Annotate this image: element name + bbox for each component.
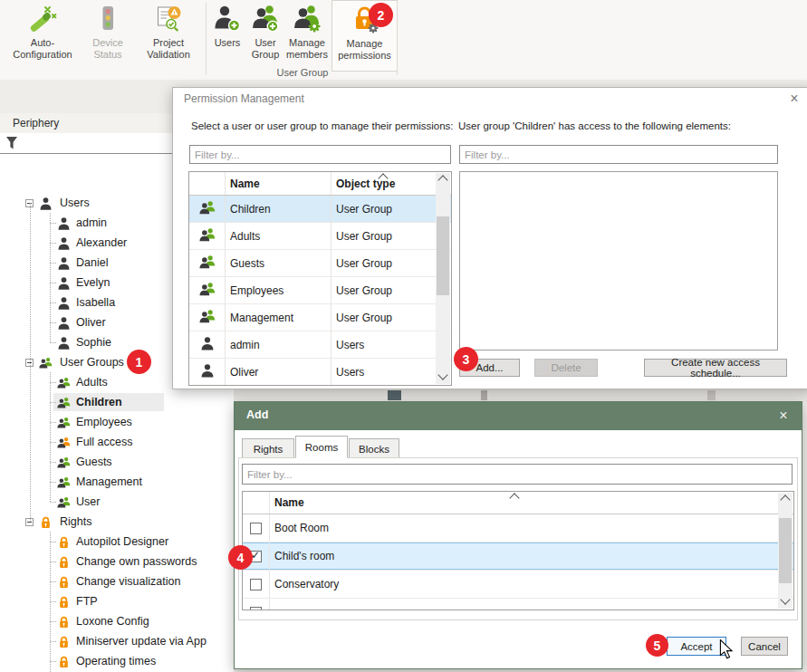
tree-item-label: Loxone Config — [76, 611, 149, 631]
pm-table-row-children[interactable]: ChildrenUser Group — [189, 196, 451, 223]
user-add-icon — [213, 5, 242, 34]
tree-connector — [30, 203, 31, 522]
scroll-up-icon[interactable] — [778, 493, 793, 507]
ribbon-button-user-group[interactable]: UserGroup — [246, 0, 284, 70]
ribbon-label: Auto- — [7, 37, 78, 49]
lock-icon — [57, 595, 71, 609]
row-name: Management — [226, 304, 331, 331]
filter-funnel-icon — [5, 136, 18, 150]
add-table-row-boot-room[interactable]: Boot Room — [243, 514, 793, 542]
add-table-scrollbar[interactable] — [778, 493, 793, 609]
tree-item-ftp[interactable]: FTP — [0, 591, 234, 611]
tree-item-user[interactable]: User — [0, 492, 234, 512]
tree-connector — [50, 322, 56, 323]
tree-connector — [50, 641, 56, 642]
add-table-row-partial[interactable] — [243, 599, 793, 610]
annotation-badge-3: 3 — [454, 347, 478, 371]
tree-item-label: Change own passwords — [76, 552, 197, 571]
tree-connector — [50, 482, 56, 483]
annotation-badge-5: 5 — [646, 634, 668, 657]
add-table-row-child-s-room[interactable]: Child's room — [243, 542, 793, 571]
tree-item-loxone-config[interactable]: Loxone Config — [0, 611, 234, 631]
tree-item-management[interactable]: Management — [0, 472, 234, 492]
pm-table-row-admin[interactable]: adminUsers — [189, 331, 451, 359]
delete-button[interactable]: Delete — [534, 359, 598, 377]
pm-filter-left-input[interactable] — [189, 145, 451, 164]
tree-item-rights[interactable]: Rights — [0, 512, 234, 532]
row-object-type: User Group — [331, 223, 437, 249]
pm-table-row-adults[interactable]: AdultsUser Group — [189, 223, 451, 250]
lock-icon — [57, 635, 71, 648]
select-user-label: Select a user or user group to manage th… — [191, 120, 454, 131]
tab-rights[interactable]: Rights — [242, 438, 294, 458]
tree-connector — [50, 402, 56, 403]
group-icon — [39, 356, 53, 370]
ribbon-button-project-validation[interactable]: ProjectValidation — [136, 0, 201, 70]
ribbon-separator — [397, 3, 398, 75]
add-filter-input[interactable] — [242, 464, 793, 485]
tree-item-autopilot-designer[interactable]: Autopilot Designer — [0, 532, 234, 552]
accept-button[interactable]: Accept — [667, 637, 726, 656]
create-access-schedule-button[interactable]: Create new access schedule... — [644, 359, 787, 377]
pm-table-row-employees[interactable]: EmployeesUser Group — [189, 277, 451, 304]
tree-item-label: Autopilot Designer — [76, 532, 168, 552]
tree-connector — [50, 562, 56, 562]
access-elements-label: User group 'Children' has access to the … — [458, 120, 731, 131]
tree-item-operating-times[interactable]: Operating times — [0, 651, 234, 671]
ribbon-button-device-status[interactable]: DeviceStatus — [82, 0, 134, 70]
tree-item-label: Change visualization — [76, 571, 180, 591]
background-window-fragment — [481, 390, 487, 400]
tree-item-label: Rights — [60, 512, 91, 532]
close-icon[interactable]: × — [774, 408, 793, 424]
add-table-header: Name — [243, 492, 793, 514]
tab-blocks[interactable]: Blocks — [349, 438, 399, 458]
scroll-down-icon[interactable] — [778, 594, 793, 609]
user-icon — [57, 256, 71, 270]
tree-item-change-visualization[interactable]: Change visualization — [0, 571, 234, 591]
pm-table-row-management[interactable]: ManagementUser Group — [189, 304, 451, 331]
tree-item-full-access[interactable]: Full access — [0, 432, 234, 452]
lock-icon — [57, 615, 71, 629]
row-object-type: User Group — [331, 250, 437, 276]
annotation-badge-4: 4 — [228, 545, 253, 570]
tree-item-employees[interactable]: Employees — [0, 412, 234, 432]
tree-item-change-own-passwords[interactable]: Change own passwords — [0, 552, 234, 571]
room-checkbox[interactable] — [250, 579, 262, 590]
ribbon-button-manage-members[interactable]: Managemembers — [284, 0, 330, 70]
ribbon-separator — [206, 3, 207, 75]
row-name: Employees — [226, 277, 331, 303]
tree-connector — [50, 302, 56, 303]
tree-item-children[interactable]: Children — [0, 392, 234, 412]
ribbon-button-auto-configuration[interactable]: Auto-Configuration — [7, 0, 78, 70]
scroll-up-icon[interactable] — [436, 173, 450, 187]
pm-table-row-guests[interactable]: GuestsUser Group — [189, 250, 451, 277]
ribbon-button-users[interactable]: Users — [208, 0, 246, 70]
user-group-gear-icon — [293, 5, 322, 34]
add-table-row-conservatory[interactable]: Conservatory — [243, 571, 793, 599]
tree-item-miniserver-update-via-app[interactable]: Miniserver update via App — [0, 631, 234, 651]
scroll-down-icon[interactable] — [436, 370, 450, 384]
row-object-type: Users — [331, 359, 437, 385]
permission-management-dialog: Permission Management × Select a user or… — [172, 87, 807, 389]
scrollbar-thumb[interactable] — [779, 518, 792, 583]
tree-item-label: FTP — [76, 591, 98, 611]
user-icon — [57, 336, 71, 350]
tree-item-label: Alexander — [76, 233, 127, 253]
room-name: Conservatory — [270, 571, 780, 598]
pm-table-row-oliver[interactable]: OliverUsers — [189, 359, 451, 386]
scrollbar-thumb[interactable] — [437, 216, 449, 295]
room-checkbox[interactable] — [250, 607, 262, 611]
background-window-fragment — [388, 390, 401, 400]
pm-table-scrollbar[interactable] — [436, 173, 450, 384]
tree-connector — [50, 283, 56, 283]
tab-rooms[interactable]: Rooms — [295, 436, 348, 458]
close-icon[interactable]: × — [785, 91, 803, 107]
group-icon — [57, 495, 71, 509]
cancel-button[interactable]: Cancel — [741, 637, 788, 656]
room-checkbox[interactable] — [250, 523, 262, 534]
pm-table-header: NameObject type — [189, 172, 451, 196]
row-name: Children — [226, 196, 331, 222]
tree-connector — [50, 243, 56, 244]
tree-item-guests[interactable]: Guests — [0, 452, 234, 472]
pm-filter-right-input[interactable] — [459, 145, 778, 164]
